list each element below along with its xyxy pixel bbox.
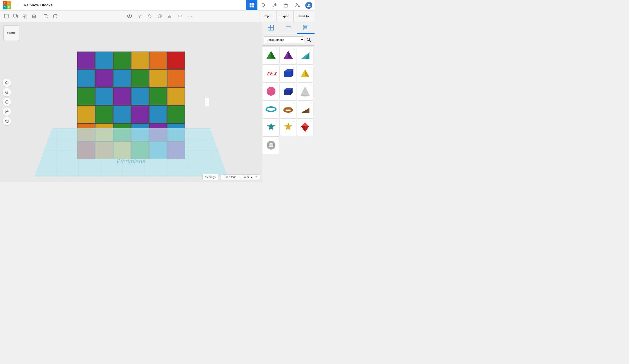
shape-teal-ring[interactable]: ☆ xyxy=(263,100,279,118)
redo-icon xyxy=(53,14,58,19)
shape-text[interactable]: ☆ TEXT xyxy=(263,65,279,82)
collapse-panel-button[interactable]: › xyxy=(205,97,209,106)
star-icon-14[interactable]: ☆ xyxy=(293,119,295,123)
zoom-in-button[interactable] xyxy=(3,98,11,106)
shape-dark-blue-box[interactable]: ☆ xyxy=(280,83,296,100)
shape-yellow-pyramid[interactable]: ☆ xyxy=(297,65,313,82)
svg-rect-89 xyxy=(268,25,271,27)
star-icon-9[interactable]: ☆ xyxy=(310,84,312,87)
star-icon-12[interactable]: ☆ xyxy=(310,101,312,105)
project-title: Rainbow Blocks xyxy=(24,3,52,7)
toolbar: Import Export Send To xyxy=(0,10,314,22)
svg-rect-51 xyxy=(95,52,113,69)
shape-pink-sphere[interactable]: ☆ xyxy=(263,83,279,100)
brown-torus-shape xyxy=(283,103,294,115)
donut-shape xyxy=(265,139,277,151)
star-icon-4[interactable]: ☆ xyxy=(276,66,278,69)
svg-rect-111 xyxy=(284,72,291,77)
shape-teal-wedge[interactable]: ☆ xyxy=(297,46,313,64)
sphere-button[interactable] xyxy=(155,12,164,21)
star-icon-16[interactable]: ☆ xyxy=(276,137,278,141)
star-icon-13[interactable]: ☆ xyxy=(276,119,278,123)
tinkercad-logo[interactable]: T I N K xyxy=(3,1,11,9)
shape-donut[interactable]: ☆ xyxy=(263,136,279,154)
snap-grid-up-button[interactable]: ▲ xyxy=(250,176,253,178)
star-icon-2[interactable]: ☆ xyxy=(293,48,295,51)
mirror-button[interactable] xyxy=(175,12,184,21)
fit-view-button[interactable] xyxy=(3,88,11,96)
shape-teal-star[interactable]: ☆ xyxy=(263,118,279,136)
export-button[interactable]: Export xyxy=(276,10,293,22)
fit-icon xyxy=(5,90,9,94)
svg-rect-63 xyxy=(95,88,113,105)
svg-rect-14 xyxy=(23,14,25,17)
duplicate-button[interactable] xyxy=(20,12,29,21)
star-icon-5[interactable]: ☆ xyxy=(293,66,295,69)
new-button[interactable] xyxy=(2,12,11,21)
logo-k: K xyxy=(7,5,11,9)
copy-icon xyxy=(13,14,18,19)
toolbar-separator-1 xyxy=(40,13,40,19)
hamburger-button[interactable]: ☰ xyxy=(13,1,22,10)
star-icon-3[interactable]: ☆ xyxy=(310,48,312,51)
settings-button[interactable]: Settings xyxy=(202,174,218,180)
shape-2d-button[interactable] xyxy=(145,12,154,21)
shape-blue-box[interactable]: ☆ xyxy=(280,65,296,82)
logo-i: I xyxy=(7,1,11,5)
main-area: FRONT xyxy=(0,22,314,182)
svg-point-122 xyxy=(301,95,310,96)
star-icon-10[interactable]: ☆ xyxy=(276,101,278,105)
grid-view-button[interactable] xyxy=(246,0,257,10)
star-icon-15[interactable]: ☆ xyxy=(310,119,312,123)
list-tab-button[interactable] xyxy=(297,22,314,34)
more-tools-button[interactable] xyxy=(185,12,195,21)
canvas-area[interactable]: FRONT xyxy=(0,22,262,182)
shape-green-pyramid[interactable]: ☆ xyxy=(263,46,279,64)
avatar-button[interactable] xyxy=(303,0,314,10)
grid-tab-button[interactable] xyxy=(262,22,280,34)
align-button[interactable] xyxy=(165,12,174,21)
shape-yellow-star[interactable]: ☆ xyxy=(280,118,296,136)
star-icon-8[interactable]: ☆ xyxy=(293,84,295,87)
shape-purple-pyramid[interactable]: ☆ xyxy=(280,46,296,64)
light-button[interactable] xyxy=(135,12,144,21)
delete-button[interactable] xyxy=(29,12,39,21)
bag-button[interactable] xyxy=(280,0,292,10)
import-button[interactable]: Import xyxy=(260,10,277,22)
white-cone-shape xyxy=(299,86,311,97)
star-icon-6[interactable]: ☆ xyxy=(310,66,312,69)
star-icon-7[interactable]: ☆ xyxy=(276,84,278,87)
snap-grid-down-button[interactable]: ▼ xyxy=(255,176,258,178)
tools-button[interactable] xyxy=(269,0,280,10)
redo-button[interactable] xyxy=(51,12,60,21)
undo-button[interactable] xyxy=(41,12,51,21)
view-eye-button[interactable] xyxy=(125,12,134,21)
teal-ring-shape xyxy=(265,103,277,115)
svg-point-4 xyxy=(263,6,264,7)
notifications-button[interactable] xyxy=(257,0,269,10)
copy-paste-button[interactable] xyxy=(11,12,20,21)
delete-icon xyxy=(31,14,37,19)
send-to-button[interactable]: Send To xyxy=(294,10,313,22)
workplane-grid: Workplane xyxy=(34,128,228,177)
3d-view-button[interactable] xyxy=(3,117,11,125)
shape-white-cone[interactable]: ☆ xyxy=(297,83,313,100)
add-user-button[interactable] xyxy=(292,0,303,10)
svg-rect-6 xyxy=(284,4,288,7)
home-view-button[interactable] xyxy=(3,79,11,87)
svg-marker-129 xyxy=(267,122,275,130)
star-icon-1[interactable]: ☆ xyxy=(276,48,278,51)
eye-icon xyxy=(127,14,132,19)
topbar-left: T I N K ☰ Rainbow Blocks xyxy=(0,0,55,10)
svg-rect-69 xyxy=(95,105,113,123)
shape-category-select[interactable]: Basic Shapes Text Connectors Nature Peop… xyxy=(264,36,304,43)
shape-brown-wedge[interactable]: ☆ xyxy=(297,100,313,118)
star-icon-11[interactable]: ☆ xyxy=(293,101,295,105)
svg-rect-0 xyxy=(250,3,252,5)
zoom-out-button[interactable] xyxy=(3,107,11,116)
list-tab-icon xyxy=(303,25,309,31)
shape-red-gem[interactable]: ☆ xyxy=(297,118,313,136)
shape-brown-torus[interactable]: ☆ xyxy=(280,100,296,118)
ruler-tab-button[interactable] xyxy=(280,22,297,34)
shape-search-button[interactable] xyxy=(305,36,313,44)
